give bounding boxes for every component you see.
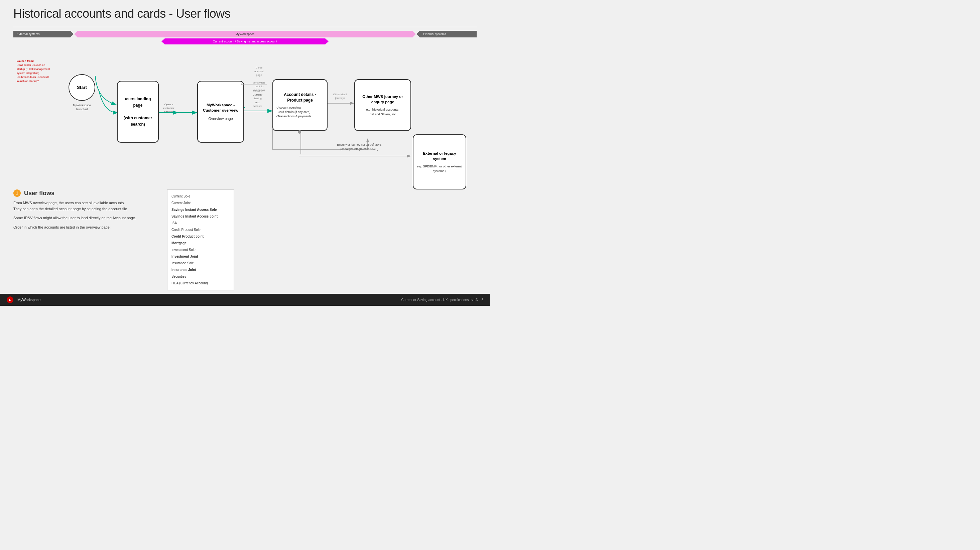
uf-header: 1 User flows [13, 189, 161, 197]
list-item: Mortgage [172, 240, 230, 246]
lane-external-right: External systems [417, 31, 477, 37]
other-mws-box: Other MWS journey or enqury page e.g. hi… [354, 79, 411, 131]
footer-app-name: MyWorkspace [18, 298, 40, 302]
list-item: Investment Joint [172, 253, 230, 260]
footer-logo-icon [7, 296, 13, 303]
footer-right: Current or Saving account - UX specifica… [401, 298, 483, 302]
list-item: Credit Product Sole [172, 227, 230, 233]
list-item: Insurance Joint [172, 267, 230, 273]
account-details-box: Account details - Product page - Account… [272, 79, 328, 131]
uf-para-2: Some ID&V flows might allow the user to … [13, 215, 161, 221]
close-account-label: Closeaccountpage(or switchback toovervie… [244, 66, 274, 92]
list-item: Current Sole [172, 193, 230, 200]
list-item: Savings Instant Access Sole [172, 207, 230, 213]
myworkspace-customer-box: MyWorkspace - Customer overview Overview… [197, 81, 244, 143]
footer: MyWorkspace Current or Saving account - … [0, 294, 490, 306]
swimlane-header: External systems MyWorkspace External sy… [13, 30, 477, 38]
dot-connector [298, 130, 301, 134]
page: Historical accounts and cards - User flo… [0, 0, 490, 306]
lane-external-left: External systems [13, 31, 73, 37]
list-item: Current Joint [172, 200, 230, 207]
list-item: Credit Product Joint [172, 233, 230, 240]
list-item: Securities [172, 273, 230, 280]
uf-para-3: Order in which the accounts are listed i… [13, 224, 161, 230]
launch-note: Launch from:- Call center - launch on st… [17, 59, 54, 83]
uf-para-1: From MWS overview page, the users can se… [13, 200, 161, 212]
external-legacy-box: External or legacy system e.g. SFE/BMM, … [413, 134, 466, 189]
main-content: External systems MyWorkspace External sy… [0, 27, 490, 294]
mws-to-acct-svg [244, 108, 274, 114]
other-mws-label: Other MWSjourneys [328, 92, 353, 100]
list-item: Investment Sole [172, 246, 230, 253]
acct-to-other-mws-svg [328, 100, 356, 107]
lane-ca-saving: Current account / Saving instant access … [161, 38, 329, 45]
list-item: Insurance Sole [172, 260, 230, 267]
enquiry-arrow-svg [299, 151, 413, 161]
footer-left: MyWorkspace [7, 296, 40, 303]
sub-swimlane: Current account / Saving instant access … [13, 38, 477, 45]
page-title: Historical accounts and cards - User flo… [13, 7, 477, 21]
flow-diagram: Launch from:- Call center - launch on st… [13, 46, 475, 186]
list-item: ISA [172, 220, 230, 227]
uf-body: From MWS overview page, the users can se… [13, 200, 161, 230]
users-landing-box: users landing page(with customer search) [117, 81, 159, 143]
select-account-label: Select aCurrent/Savingacct.account [245, 89, 270, 108]
start-sublabel: MyWorkspacelaunched [65, 103, 99, 111]
accounts-list: Current Sole Current Joint Savings Insta… [172, 193, 230, 287]
vertical-arrow-svg [299, 130, 302, 154]
accounts-list-panel: Current Sole Current Joint Savings Insta… [167, 189, 234, 290]
open-customer-session-label: Open a customer session [159, 103, 179, 114]
lane-myworkspace: MyWorkspace [74, 31, 416, 37]
start-node: Start [68, 74, 95, 101]
bottom-section: 1 User flows From MWS overview page, the… [13, 189, 477, 290]
list-item: Savings Instant Access Joint [172, 213, 230, 220]
enquiry-label: Enquiry or journey not part of MWS(or no… [304, 143, 414, 151]
header: Historical accounts and cards - User flo… [0, 0, 490, 24]
uf-title: User flows [24, 190, 54, 197]
user-flows-panel: 1 User flows From MWS overview page, the… [13, 189, 161, 290]
list-item: HCA (Currency Account) [172, 280, 230, 287]
uf-badge: 1 [13, 189, 21, 197]
